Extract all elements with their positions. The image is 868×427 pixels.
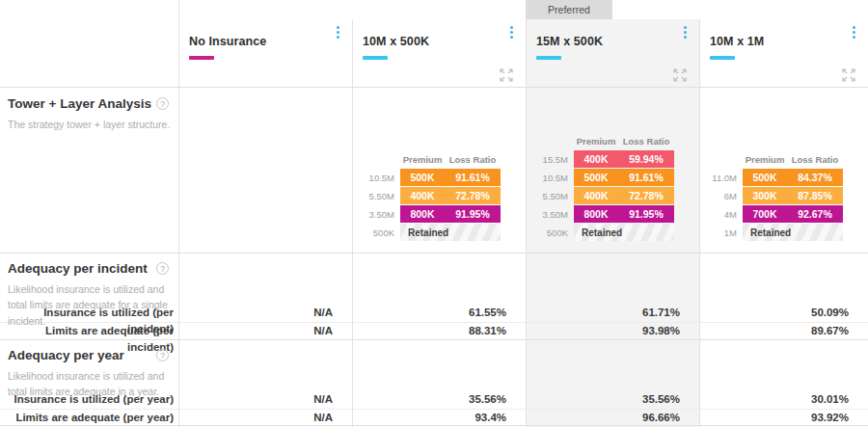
tower-loss-ratio-header: Loss Ratio	[618, 136, 674, 147]
column-title: 15M x 500K	[536, 35, 699, 48]
section-tower-label: Tower + Layer Analysis ? The strategy to…	[0, 87, 178, 253]
tower-layer: 6M 300K87.85%	[706, 187, 843, 204]
column-title: 10M x 1M	[710, 35, 868, 48]
section-per-incident-label: Adequacy per incident ? Likelihood insur…	[0, 253, 178, 339]
metric-value: 50.09%	[699, 305, 868, 322]
divider	[352, 19, 353, 427]
row-labels-column: Tower + Layer Analysis ? The strategy to…	[0, 0, 178, 427]
tower-layer: 3.50M 800K91.95%	[537, 205, 674, 223]
tower-layer: 4M 700K92.67%	[706, 205, 843, 223]
strategy-column-no-insurance: No Insurance N/A N/A N/A N/A	[178, 0, 352, 427]
strategy-column-15m-500k-preferred: Preferred 15M x 500K PremiumLoss Ratio 1…	[526, 0, 699, 427]
tower-layer: 11.0M 500K84.37%	[706, 169, 843, 186]
expand-tower-icon[interactable]	[500, 68, 513, 82]
section-per-year-label: Adequacy per year ? Likelihood insurance…	[0, 339, 178, 427]
metric-value: 93.92%	[699, 409, 868, 426]
divider	[0, 253, 868, 254]
tower-header-row: PremiumLoss Ratio	[537, 134, 674, 148]
tower-retained-layer: 1M Retained	[706, 224, 843, 241]
tower-premium-header: Premium	[400, 154, 445, 165]
strategy-comparison-table: Tower + Layer Analysis ? The strategy to…	[0, 0, 868, 427]
divider	[178, 0, 179, 427]
tower-header-row: PremiumLoss Ratio	[706, 152, 843, 167]
column-accent-bar	[189, 56, 214, 60]
kebab-menu-icon[interactable]	[852, 25, 856, 40]
tower-chart: PremiumLoss Ratio 10.5M 500K91.61% 5.50M…	[364, 152, 501, 241]
tower-chart: PremiumLoss Ratio 11.0M 500K84.37% 6M 30…	[706, 152, 843, 241]
metric-value: 93.98%	[526, 322, 699, 339]
tower-empty	[178, 87, 352, 253]
metric-value: 89.67%	[699, 322, 868, 339]
tower-layer: 5.50M 400K72.78%	[537, 187, 674, 204]
metric-value: 61.71%	[526, 305, 699, 322]
divider	[0, 425, 868, 426]
metric-row-label: Insurance is utilized (per year)	[0, 391, 178, 409]
metric-value: N/A	[178, 391, 352, 409]
kebab-menu-icon[interactable]	[336, 25, 340, 40]
metric-row-label: Limits are adequate (per year)	[0, 409, 178, 426]
section-title-per-year: Adequacy per year	[8, 348, 124, 362]
help-icon-per-year[interactable]: ?	[156, 349, 169, 361]
divider	[0, 339, 868, 340]
metric-value: 61.55%	[352, 305, 526, 322]
expand-tower-icon[interactable]	[673, 68, 687, 82]
metric-value: 35.56%	[352, 391, 526, 409]
kebab-menu-icon[interactable]	[683, 25, 688, 40]
metric-value: 35.56%	[526, 391, 699, 409]
section-description-tower: The strategy tower + layer structure.	[8, 117, 171, 132]
column-accent-bar	[710, 56, 735, 60]
strategy-column-10m-500k: 10M x 500K PremiumLoss Ratio 10.5M 500K9…	[352, 0, 526, 427]
divider	[0, 87, 868, 88]
tower-layer: 10.5M 500K91.61%	[537, 169, 674, 186]
metric-value: N/A	[178, 305, 352, 322]
metric-value: 88.31%	[352, 322, 526, 339]
tower-retained-layer: 500K Retained	[537, 224, 674, 241]
column-accent-bar	[536, 56, 561, 60]
tower-layer: 3.50M 800K91.95%	[364, 205, 501, 223]
kebab-menu-icon[interactable]	[509, 25, 514, 40]
strategy-column-10m-1m: 10M x 1M PremiumLoss Ratio 11.0M 500K84.…	[699, 0, 868, 427]
help-icon-per-incident[interactable]: ?	[156, 262, 169, 275]
expand-tower-icon[interactable]	[842, 68, 855, 82]
preferred-badge: Preferred	[526, 0, 612, 19]
metric-value: 93.4%	[352, 409, 526, 426]
tower-layer: 10.5M 500K91.61%	[364, 169, 501, 186]
tower-premium-header: Premium	[574, 136, 618, 147]
help-icon-tower[interactable]: ?	[156, 97, 169, 110]
divider	[699, 19, 700, 427]
tower-layer: 15.5M 400K59.94%	[537, 150, 674, 168]
section-title-tower: Tower + Layer Analysis	[8, 96, 151, 111]
divider	[526, 19, 527, 427]
column-title: 10M x 500K	[363, 35, 526, 48]
tower-layer: 5.50M 400K72.78%	[364, 187, 501, 204]
tower-retained-layer: 500K Retained	[364, 224, 501, 241]
metric-value: N/A	[178, 409, 352, 426]
metric-value: 96.66%	[526, 409, 699, 426]
column-title: No Insurance	[189, 35, 352, 48]
column-accent-bar	[363, 56, 388, 60]
metric-value: N/A	[178, 322, 352, 339]
section-title-per-incident: Adequacy per incident	[8, 261, 148, 276]
tower-loss-ratio-header: Loss Ratio	[445, 154, 501, 165]
metric-value: 30.01%	[699, 391, 868, 409]
labels-header-spacer	[0, 0, 178, 87]
tower-header-row: PremiumLoss Ratio	[364, 152, 501, 167]
tower-chart: PremiumLoss Ratio 15.5M 400K59.94% 10.5M…	[537, 134, 674, 241]
tower-premium-header: Premium	[743, 154, 787, 165]
tower-loss-ratio-header: Loss Ratio	[787, 154, 843, 165]
